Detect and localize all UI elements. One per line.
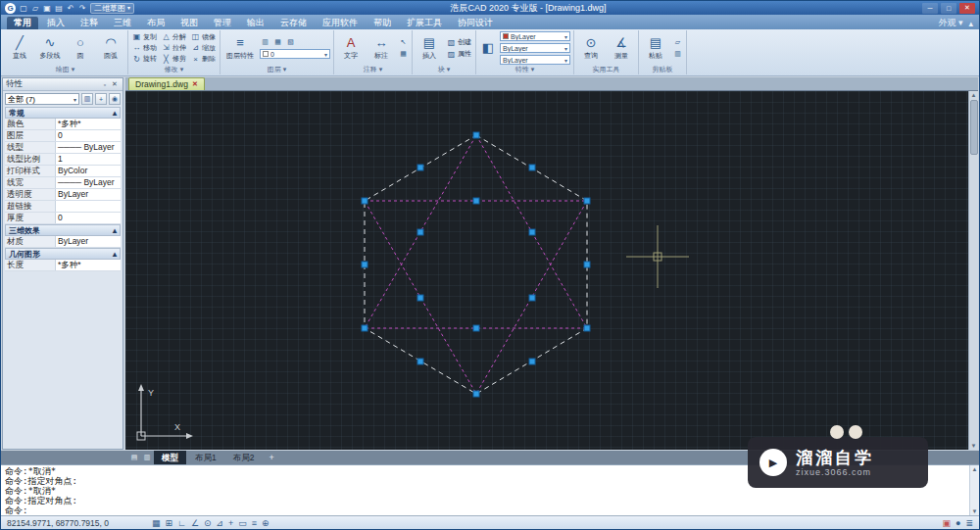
layer-tool-icon[interactable]: ▧ (285, 37, 296, 47)
status-toggle-icon[interactable]: ≡ (252, 518, 257, 528)
grip-handle[interactable] (584, 198, 590, 204)
scroll-down-icon[interactable]: ▼ (971, 443, 977, 449)
ribbon-tab[interactable]: 帮助 (367, 17, 398, 29)
tab-layout2[interactable]: 布局2 (225, 451, 263, 464)
grip-handle[interactable] (473, 391, 479, 397)
grip-handle[interactable] (417, 295, 423, 301)
status-toggle-icon[interactable]: ⊙ (204, 518, 212, 528)
property-row[interactable]: 超链接 (5, 201, 121, 213)
status-toggle-icon[interactable]: ⊿ (217, 518, 224, 528)
quick-access-icon[interactable]: ▤ (54, 4, 64, 13)
select-objects-button[interactable]: ◉ (109, 93, 121, 105)
scale-button[interactable]: ⊿缩放 (190, 42, 217, 53)
utilities-group-label[interactable]: 实用工具 (577, 65, 635, 74)
ribbon-tab[interactable]: 云存储 (273, 17, 314, 29)
status-toggle-icon[interactable]: ⊞ (166, 518, 173, 528)
ribbon-tab[interactable]: 视图 (173, 17, 205, 29)
minimize-button[interactable]: ─ (922, 3, 938, 14)
insert-block-button[interactable]: ▤ 插入 (416, 31, 443, 65)
scroll-up-icon[interactable]: ▲ (972, 466, 978, 472)
status-toggle-icon[interactable]: + (228, 518, 233, 528)
grip-handle[interactable] (584, 325, 590, 331)
linetype-control[interactable]: ByLayer ▾ (500, 43, 570, 53)
line-button[interactable]: ╱ 直线 (6, 31, 33, 65)
quick-access-icon[interactable]: ▢ (19, 4, 28, 13)
status-toggle-icon[interactable]: ⊕ (262, 518, 270, 528)
polyline-button[interactable]: ∿ 多段线 (36, 31, 64, 65)
grip-handle[interactable] (529, 359, 535, 364)
property-row[interactable]: 颜色 *多种* (5, 119, 121, 130)
property-row[interactable]: 打印样式 ByColor (5, 166, 121, 177)
match-properties-button[interactable]: ◧ (479, 31, 497, 65)
ribbon-tab[interactable]: 插入 (40, 17, 72, 29)
explode-button[interactable]: △分解 (161, 31, 187, 42)
grip-handle[interactable] (529, 165, 535, 170)
ribbon-tab[interactable]: 应用软件 (316, 17, 365, 29)
property-row[interactable]: 材质 ByLayer (5, 236, 121, 248)
scroll-up-icon[interactable]: ▲ (971, 92, 977, 98)
annotate-tool-icon[interactable]: ↖ (398, 37, 409, 47)
selection-filter-dropdown[interactable]: 全部 (7) ▾ (5, 93, 79, 105)
properties-group-label[interactable]: 特性 ▾ (479, 65, 570, 74)
grip-handle[interactable] (362, 198, 368, 204)
ribbon-tab[interactable]: 扩展工具 (400, 17, 449, 29)
section-general-header[interactable]: 常规 ▴ (5, 107, 121, 119)
color-control[interactable]: ByLayer ▾ (500, 31, 570, 41)
section-geometry-header[interactable]: 几何图形 ▴ (5, 248, 121, 260)
status-right-icon[interactable]: ● (956, 518, 960, 528)
star-triangle-up[interactable] (365, 135, 587, 328)
ribbon-tab[interactable]: 管理 (207, 17, 238, 29)
grip-handle[interactable] (362, 262, 368, 267)
move-button[interactable]: ↔移动 (131, 42, 158, 53)
status-right-icon[interactable]: ≣ (965, 518, 973, 528)
property-value[interactable]: *多种* (56, 119, 121, 129)
layout-nav-icon[interactable]: ▥ (141, 454, 153, 461)
command-scrollbar[interactable]: ▲ ▼ (969, 465, 979, 515)
appearance-dropdown[interactable]: 外观 ▾ (938, 17, 962, 29)
property-row[interactable]: 线型比例 1 (5, 154, 121, 166)
layer-properties-button[interactable]: ≡ 图层特性 (223, 31, 257, 65)
close-tab-icon[interactable]: ✕ (192, 80, 198, 88)
property-value[interactable]: ByLayer (56, 189, 121, 200)
property-row[interactable]: 透明度 ByLayer (5, 189, 121, 201)
grip-handle[interactable] (417, 359, 423, 364)
quick-access-icon[interactable]: ▣ (42, 4, 52, 13)
close-icon[interactable]: ✕ (110, 80, 120, 88)
measure-button[interactable]: ∡ 测量 (608, 31, 635, 65)
quick-access-icon[interactable]: ↷ (77, 4, 87, 13)
property-value[interactable]: ──── ByLayer (56, 142, 121, 153)
status-toggle-icon[interactable]: ∠ (191, 518, 199, 528)
tab-model[interactable]: 模型 (154, 451, 186, 464)
workspace-dropdown[interactable]: 二维草图 ▾ (90, 3, 134, 14)
layout-nav-icon[interactable]: ▤ (128, 454, 140, 461)
grip-handle[interactable] (584, 262, 590, 267)
property-row[interactable]: 长度 *多种* (5, 260, 121, 271)
property-row[interactable]: 线宽 ──── ByLayer (5, 177, 121, 189)
quick-select-button[interactable]: + (95, 93, 107, 105)
modify-group-label[interactable]: 修改 ▾ (131, 65, 217, 74)
draw-group-label[interactable]: 绘图 ▾ (6, 65, 124, 74)
trim-button[interactable]: ╳修剪 (161, 54, 187, 65)
layer-group-label[interactable]: 图层 ▾ (223, 65, 330, 74)
property-value[interactable]: ByColor (56, 166, 121, 176)
scrollbar-thumb[interactable] (970, 100, 978, 155)
property-value[interactable]: ByLayer (56, 236, 121, 247)
star-triangle-down[interactable] (365, 201, 587, 394)
status-toggle-icon[interactable]: ▦ (152, 518, 161, 528)
pin-icon[interactable]: ▫ (100, 81, 110, 88)
dimension-button[interactable]: ↔ 标注 (368, 31, 395, 65)
block-group-label[interactable]: 块 ▾ (416, 65, 472, 74)
property-value[interactable]: ──── ByLayer (56, 177, 121, 188)
property-value[interactable]: 0 (56, 213, 121, 223)
ribbon-tab[interactable]: 协同设计 (451, 17, 500, 29)
grip-handle[interactable] (529, 295, 535, 301)
lineweight-control[interactable]: ByLayer ▾ (500, 55, 570, 65)
document-tab[interactable]: Drawing1.dwg ✕ (128, 77, 205, 90)
ribbon-tab[interactable]: 布局 (140, 17, 172, 29)
copy-button[interactable]: ▣复制 (131, 31, 158, 42)
layer-tool-icon[interactable]: ▦ (272, 37, 283, 47)
annotate-tool-icon[interactable]: ▦ (398, 49, 409, 59)
toggle-value-button[interactable]: ▥ (81, 93, 93, 105)
circle-button[interactable]: ○ 圆 (67, 31, 94, 65)
stretch-button[interactable]: ⇲拉伸 (161, 42, 187, 53)
